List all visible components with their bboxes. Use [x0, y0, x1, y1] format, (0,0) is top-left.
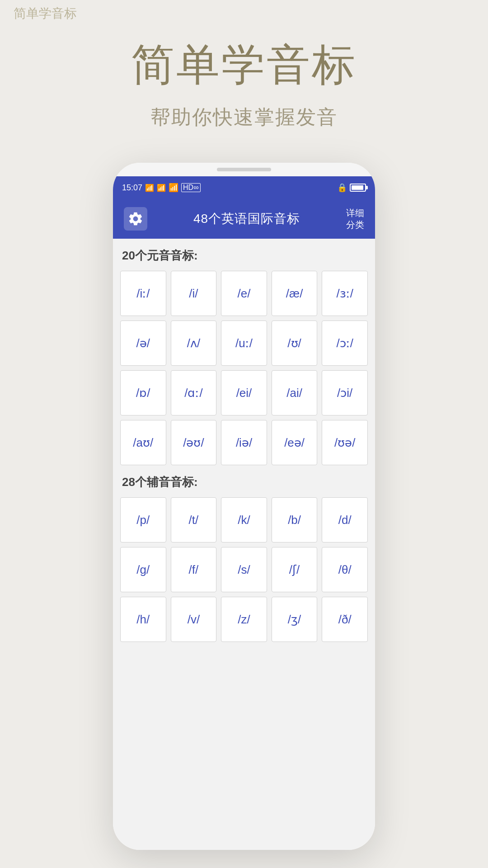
time-display: 15:07: [122, 183, 142, 193]
phonetic-cell-s[interactable]: /s/: [221, 547, 267, 592]
main-title-section: 简单学音标 帮助你快速掌握发音: [0, 36, 488, 131]
phonetic-cell-ɑː[interactable]: /ɑː/: [171, 370, 217, 415]
wifi-icon: 📶: [169, 183, 178, 193]
phonetic-cell-uː[interactable]: /uː/: [221, 321, 267, 366]
status-right: 🔒: [337, 183, 366, 193]
phonetic-cell-ai[interactable]: /ai/: [272, 370, 318, 415]
app-bar: 48个英语国际音标 详细分类: [113, 199, 375, 239]
phonetic-cell-ə[interactable]: /ə/: [120, 321, 166, 366]
phonetic-cell-f[interactable]: /f/: [171, 547, 217, 592]
phonetic-cell-eə[interactable]: /eə/: [272, 420, 318, 465]
phone-notch: [217, 168, 271, 171]
phonetic-cell-t[interactable]: /t/: [171, 497, 217, 542]
phone-content[interactable]: 20个元音音标: /iː/ /i/ /e/ /æ/ /ɜː/ /ə/ /ʌ/ /…: [113, 239, 375, 850]
status-left: 15:07 📶 📶 📶 HD∞: [122, 183, 201, 193]
phonetic-cell-aʊ[interactable]: /aʊ/: [120, 420, 166, 465]
phonetic-cell-ʒ[interactable]: /ʒ/: [272, 597, 318, 642]
phonetic-cell-e[interactable]: /e/: [221, 271, 267, 316]
phonetic-cell-ei[interactable]: /ei/: [221, 370, 267, 415]
consonants-grid: /p/ /t/ /k/ /b/ /d/ /g/ /f/ /s/ /ʃ/ /θ/ …: [120, 497, 368, 642]
phonetic-cell-ʌ[interactable]: /ʌ/: [171, 321, 217, 366]
top-app-label: 简单学音标: [14, 5, 77, 22]
detail-classify-button[interactable]: 详细分类: [346, 207, 364, 231]
signal-icon: 📶: [145, 184, 154, 192]
hd-label: HD∞: [181, 183, 201, 192]
phonetic-cell-ð[interactable]: /ð/: [322, 597, 368, 642]
phonetic-cell-z[interactable]: /z/: [221, 597, 267, 642]
detail-classify-label: 详细分类: [346, 208, 364, 230]
phonetic-cell-əʊ[interactable]: /əʊ/: [171, 420, 217, 465]
battery-fill: [352, 185, 363, 190]
top-header: 简单学音标: [0, 0, 488, 27]
vowels-section-title: 20个元音音标:: [120, 248, 368, 264]
gear-icon: [127, 211, 144, 227]
phonetic-cell-ʃ[interactable]: /ʃ/: [272, 547, 318, 592]
battery-icon: [350, 184, 366, 192]
phonetic-cell-k[interactable]: /k/: [221, 497, 267, 542]
phonetic-cell-d[interactable]: /d/: [322, 497, 368, 542]
phonetic-cell-ae[interactable]: /æ/: [272, 271, 318, 316]
phonetic-cell-i[interactable]: /i/: [171, 271, 217, 316]
phonetic-cell-ɒ[interactable]: /ɒ/: [120, 370, 166, 415]
signal-icon2: 📶: [157, 184, 166, 192]
lock-icon: 🔒: [337, 183, 347, 193]
phonetic-cell-iː[interactable]: /iː/: [120, 271, 166, 316]
consonants-section-title: 28个辅音音标:: [120, 474, 368, 490]
phonetic-cell-p[interactable]: /p/: [120, 497, 166, 542]
phone-mockup: 15:07 📶 📶 📶 HD∞ 🔒 48个英语国际音标 详细分类 20个元音音标…: [113, 163, 375, 850]
main-title: 简单学音标: [0, 36, 488, 95]
phonetic-cell-iə[interactable]: /iə/: [221, 420, 267, 465]
app-bar-title: 48个英语国际音标: [193, 210, 300, 227]
main-subtitle: 帮助你快速掌握发音: [0, 104, 488, 131]
phonetic-cell-h[interactable]: /h/: [120, 597, 166, 642]
settings-button[interactable]: [124, 207, 147, 231]
vowels-grid: /iː/ /i/ /e/ /æ/ /ɜː/ /ə/ /ʌ/ /uː/ /ʊ/ /…: [120, 271, 368, 465]
phonetic-cell-b[interactable]: /b/: [272, 497, 318, 542]
status-bar: 15:07 📶 📶 📶 HD∞ 🔒: [113, 176, 375, 199]
phonetic-cell-v[interactable]: /v/: [171, 597, 217, 642]
phonetic-cell-ɜː[interactable]: /ɜː/: [322, 271, 368, 316]
phonetic-cell-ʊ[interactable]: /ʊ/: [272, 321, 318, 366]
phonetic-cell-ɔː[interactable]: /ɔː/: [322, 321, 368, 366]
phonetic-cell-g[interactable]: /g/: [120, 547, 166, 592]
phone-notch-bar: [113, 163, 375, 176]
phonetic-cell-θ[interactable]: /θ/: [322, 547, 368, 592]
phonetic-cell-ɔi[interactable]: /ɔi/: [322, 370, 368, 415]
phonetic-cell-ʊə[interactable]: /ʊə/: [322, 420, 368, 465]
